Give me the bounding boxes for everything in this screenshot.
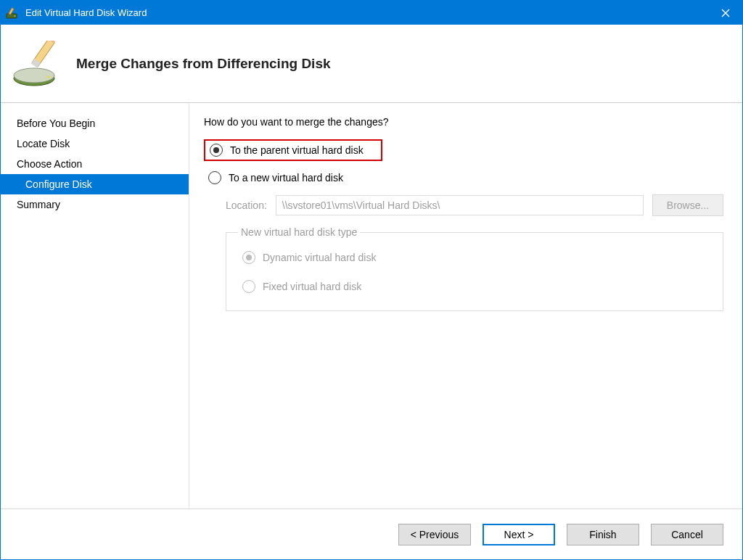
- location-input: [276, 195, 644, 215]
- browse-button: Browse...: [652, 194, 723, 216]
- radio-icon: [242, 251, 255, 264]
- option-merge-to-parent[interactable]: To the parent virtual hard disk: [204, 139, 382, 161]
- option-dynamic-disk-label: Dynamic virtual hard disk: [263, 252, 376, 263]
- window-title: Edit Virtual Hard Disk Wizard: [25, 7, 709, 18]
- wizard-content: How do you want to merge the changes? To…: [189, 103, 742, 508]
- close-icon: [721, 9, 730, 17]
- wizard-body: Before You Begin Locate Disk Choose Acti…: [1, 103, 742, 508]
- wizard-steps-sidebar: Before You Begin Locate Disk Choose Acti…: [1, 103, 189, 508]
- svg-point-7: [47, 75, 50, 78]
- step-locate-disk[interactable]: Locate Disk: [1, 133, 189, 154]
- step-choose-action[interactable]: Choose Action: [1, 154, 189, 174]
- radio-icon: [208, 171, 221, 184]
- previous-button[interactable]: < Previous: [398, 524, 471, 545]
- new-disk-subsection: Location: Browse... New virtual hard dis…: [204, 194, 723, 311]
- wizard-header: Merge Changes from Differencing Disk: [1, 25, 742, 103]
- svg-point-1: [15, 15, 16, 17]
- location-label: Location:: [226, 199, 267, 211]
- radio-icon: [242, 280, 255, 293]
- option-fixed-disk: Fixed virtual hard disk: [238, 277, 711, 296]
- merge-prompt: How do you want to merge the changes?: [204, 116, 723, 128]
- wizard-icon: [12, 41, 59, 87]
- option-merge-to-new[interactable]: To a new virtual hard disk: [204, 168, 723, 187]
- option-dynamic-disk: Dynamic virtual hard disk: [238, 248, 711, 267]
- location-row: Location: Browse...: [226, 194, 723, 216]
- next-button[interactable]: Next >: [483, 524, 555, 545]
- new-disk-type-group: New virtual hard disk type Dynamic virtu…: [226, 226, 723, 311]
- step-before-you-begin[interactable]: Before You Begin: [1, 113, 189, 133]
- window-close-button[interactable]: [709, 1, 742, 25]
- cancel-button[interactable]: Cancel: [651, 524, 723, 545]
- wizard-footer: < Previous Next > Finish Cancel: [1, 508, 742, 559]
- radio-icon: [210, 144, 223, 157]
- step-summary[interactable]: Summary: [1, 194, 189, 215]
- option-merge-to-new-label: To a new virtual hard disk: [229, 172, 343, 184]
- titlebar: Edit Virtual Hard Disk Wizard: [1, 1, 742, 25]
- app-icon: [5, 6, 20, 20]
- new-disk-type-legend: New virtual hard disk type: [238, 226, 360, 238]
- option-fixed-disk-label: Fixed virtual hard disk: [263, 281, 361, 292]
- finish-button[interactable]: Finish: [567, 524, 639, 545]
- svg-point-6: [14, 68, 54, 83]
- page-title: Merge Changes from Differencing Disk: [76, 56, 331, 72]
- option-merge-to-parent-label: To the parent virtual hard disk: [230, 144, 364, 156]
- step-configure-disk[interactable]: Configure Disk: [1, 174, 189, 194]
